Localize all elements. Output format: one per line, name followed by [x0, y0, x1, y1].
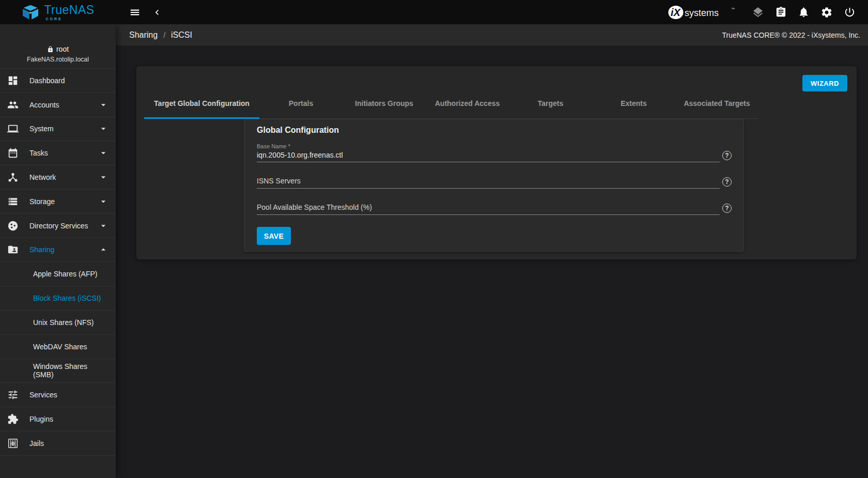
sidebar-item-system[interactable]: System — [0, 117, 116, 142]
sidebar-item-label: Plugins — [29, 415, 109, 423]
settings-button[interactable] — [818, 4, 835, 21]
dashboard-icon — [7, 75, 19, 86]
hostname: FakeNAS.rotolip.local — [27, 56, 89, 63]
breadcrumb-page: iSCSI — [171, 30, 192, 40]
field-base-name: Base Name * iqn.2005-10.org.freenas.ctl … — [257, 143, 732, 162]
sidebar-item-label: Dashboard — [29, 76, 109, 85]
sidebar-item-webdav-shares[interactable]: WebDAV Shares — [0, 335, 116, 359]
tab-authorized-access[interactable]: Authorized Access — [426, 88, 509, 118]
breadcrumb-separator: / — [163, 31, 165, 39]
power-button[interactable] — [842, 4, 858, 20]
sidebar-subitem-label: Unix Shares (NFS) — [33, 318, 94, 327]
form-title: Global Configuration — [257, 126, 732, 135]
chevron-down-icon — [98, 221, 109, 231]
isns-servers-label: ISNS Servers — [257, 177, 720, 188]
people-icon — [7, 99, 19, 111]
user-block: root FakeNAS.rotolip.local — [0, 24, 116, 69]
iscsi-card: WIZARD Target Global Configuration Porta… — [136, 66, 857, 259]
task-manager-button[interactable] — [773, 4, 789, 20]
sidebar-item-windows-shares-smb[interactable]: Windows Shares (SMB) — [0, 359, 116, 383]
pool-threshold-label: Pool Available Space Threshold (%) — [257, 203, 720, 214]
power-icon — [844, 6, 856, 18]
sidebar-item-network[interactable]: Network — [0, 165, 116, 190]
notifications-button[interactable] — [796, 4, 812, 20]
bell-icon — [798, 6, 810, 18]
username: root — [56, 45, 69, 53]
svg-text:iX: iX — [671, 7, 681, 18]
top-bar: TrueNAS CORE iX systems ™ — [0, 0, 868, 24]
sidebar-item-label: System — [29, 125, 98, 133]
tune-icon — [7, 389, 19, 400]
brand-edition: CORE — [45, 17, 94, 21]
sidebar-item-plugins[interactable]: Plugins — [0, 407, 116, 431]
chevron-down-icon — [98, 172, 109, 182]
breadcrumb-section[interactable]: Sharing — [129, 30, 158, 40]
truecommand-layers-icon — [752, 6, 764, 19]
sidebar-item-block-shares-iscsi[interactable]: Block Shares (iSCSI) — [0, 286, 116, 311]
help-icon[interactable]: ? — [722, 204, 732, 213]
laptop-icon — [7, 123, 19, 134]
pool-threshold-input[interactable]: Pool Available Space Threshold (%) — [257, 203, 720, 215]
tab-targets[interactable]: Targets — [509, 88, 592, 118]
back-button[interactable] — [150, 5, 164, 20]
sidebar-item-label: Jails — [29, 439, 109, 448]
group-work-icon — [7, 220, 19, 232]
calendar-icon — [7, 147, 19, 159]
folder-shared-icon — [7, 244, 19, 255]
chevron-left-icon — [152, 7, 162, 18]
sidebar-item-label: Accounts — [29, 101, 98, 109]
tab-associated-targets[interactable]: Associated Targets — [675, 88, 758, 118]
ixsystems-logo-icon: iX systems — [668, 5, 730, 20]
menu-toggle-button[interactable] — [127, 5, 143, 20]
wizard-button[interactable]: WIZARD — [802, 75, 847, 91]
field-pool-threshold: Pool Available Space Threshold (%) ? — [257, 203, 732, 215]
sidebar-item-directory-services[interactable]: Directory Services — [0, 214, 116, 238]
clipboard-icon — [775, 6, 787, 18]
sidebar-item-label: Services — [29, 391, 109, 399]
hamburger-icon — [129, 7, 141, 18]
sidebar: root FakeNAS.rotolip.local Dashboard Acc… — [0, 24, 116, 478]
sidebar-subitem-label: Block Shares (iSCSI) — [33, 294, 101, 302]
isns-servers-input[interactable]: ISNS Servers — [257, 177, 720, 189]
save-button[interactable]: SAVE — [257, 227, 291, 245]
truenas-logo[interactable]: TrueNAS CORE — [0, 4, 116, 21]
sidebar-item-services[interactable]: Services — [0, 383, 116, 407]
sidebar-item-label: Directory Services — [29, 222, 98, 230]
sidebar-item-jails[interactable]: Jails — [0, 431, 116, 456]
base-name-label: Base Name * — [257, 143, 720, 149]
ixsystems-logo: iX systems ™ — [668, 5, 735, 20]
sidebar-item-dashboard[interactable]: Dashboard — [0, 69, 116, 93]
copyright-text: TrueNAS CORE® © 2022 - iXsystems, Inc. — [722, 31, 860, 39]
sidebar-item-unix-shares-nfs[interactable]: Unix Shares (NFS) — [0, 311, 116, 335]
sidebar-item-apple-shares-afp[interactable]: Apple Shares (AFP) — [0, 262, 116, 286]
field-isns-servers: ISNS Servers ? — [257, 177, 732, 189]
lock-icon — [47, 46, 54, 53]
help-icon[interactable]: ? — [722, 177, 732, 187]
trademark-symbol: ™ — [731, 7, 735, 11]
base-name-input[interactable]: Base Name * iqn.2005-10.org.freenas.ctl — [257, 143, 720, 162]
tab-extents[interactable]: Extents — [592, 88, 675, 118]
chevron-down-icon — [98, 148, 109, 158]
tab-initiators-groups[interactable]: Initiators Groups — [343, 88, 426, 118]
tab-portals[interactable]: Portals — [259, 88, 343, 118]
tab-bar: Target Global Configuration Portals Init… — [144, 88, 758, 119]
storage-icon — [7, 196, 19, 207]
base-name-value[interactable]: iqn.2005-10.org.freenas.ctl — [257, 151, 720, 162]
sidebar-item-storage[interactable]: Storage — [0, 190, 116, 214]
help-icon[interactable]: ? — [722, 151, 732, 160]
content-area: WIZARD Target Global Configuration Porta… — [116, 45, 868, 478]
tab-target-global-configuration[interactable]: Target Global Configuration — [144, 88, 259, 118]
device-hub-icon — [7, 172, 19, 183]
jail-icon — [7, 438, 19, 449]
global-configuration-form: Global Configuration Base Name * iqn.200… — [244, 119, 744, 252]
sidebar-item-accounts[interactable]: Accounts — [0, 93, 116, 117]
svg-text:systems: systems — [685, 8, 719, 18]
gear-icon — [820, 6, 833, 19]
sidebar-item-label: Storage — [29, 197, 98, 206]
breadcrumb-bar: Sharing / iSCSI TrueNAS CORE® © 2022 - i… — [116, 24, 868, 45]
truecommand-button[interactable] — [750, 4, 766, 21]
sidebar-item-sharing[interactable]: Sharing — [0, 238, 116, 263]
sidebar-item-tasks[interactable]: Tasks — [0, 141, 116, 165]
chevron-down-icon — [98, 124, 109, 134]
sidebar-subitem-label: Apple Shares (AFP) — [33, 270, 98, 278]
